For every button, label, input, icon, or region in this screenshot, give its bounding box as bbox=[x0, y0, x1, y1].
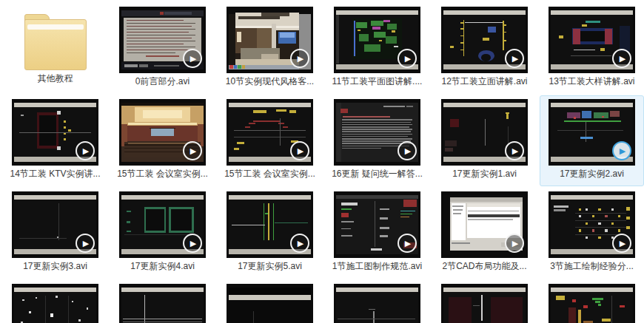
thumb-block bbox=[611, 208, 614, 211]
file-item[interactable]: ▶2节CAD布局功能及... bbox=[432, 188, 537, 279]
file-item[interactable]: ▶ bbox=[325, 280, 429, 323]
thumb-block bbox=[229, 295, 311, 300]
video-thumbnail[interactable]: ▶ bbox=[12, 284, 98, 323]
thumb-block bbox=[268, 203, 269, 240]
video-thumbnail[interactable]: ▶ bbox=[441, 99, 528, 166]
thumb-block bbox=[485, 119, 486, 145]
video-thumbnail[interactable]: ▶ bbox=[334, 7, 420, 73]
play-icon[interactable]: ▶ bbox=[290, 234, 309, 253]
folder-item[interactable]: 其他教程 bbox=[3, 3, 107, 94]
video-thumbnail[interactable]: ▶ bbox=[441, 191, 528, 258]
thumb-block bbox=[611, 296, 612, 323]
file-item[interactable]: ▶16更新 疑问统一解答... bbox=[325, 95, 429, 186]
video-thumbnail[interactable]: ▶ bbox=[334, 99, 420, 166]
video-thumbnail[interactable]: ▶ bbox=[441, 7, 528, 73]
thumb-block bbox=[468, 219, 513, 220]
video-thumbnail[interactable]: ▶ bbox=[227, 284, 313, 323]
video-thumbnail[interactable]: ▶ bbox=[549, 284, 635, 323]
video-thumbnail[interactable]: ▶ bbox=[227, 99, 313, 166]
file-item[interactable]: ▶17更新实例2.avi bbox=[540, 95, 644, 186]
thumb-block bbox=[14, 195, 96, 200]
file-item[interactable]: ▶17更新实例3.avi bbox=[3, 188, 107, 279]
thumb-block bbox=[573, 29, 580, 44]
play-icon[interactable]: ▶ bbox=[290, 141, 309, 160]
thumb-block bbox=[610, 111, 620, 117]
video-thumbnail[interactable]: ▶ bbox=[334, 284, 420, 323]
play-icon[interactable]: ▶ bbox=[612, 49, 631, 68]
play-icon[interactable]: ▶ bbox=[505, 49, 524, 68]
video-thumbnail[interactable]: ▶ bbox=[119, 284, 206, 323]
play-icon[interactable]: ▶ bbox=[183, 49, 202, 68]
thumb-block bbox=[146, 55, 178, 57]
play-icon[interactable]: ▶ bbox=[290, 49, 309, 68]
thumb-block bbox=[253, 311, 254, 323]
thumb-block bbox=[14, 103, 96, 107]
thumb-block bbox=[575, 213, 626, 214]
file-label: 15节工装 会议室实例... bbox=[117, 169, 208, 180]
file-item[interactable]: ▶0前言部分.avi bbox=[110, 3, 215, 94]
thumb-block bbox=[265, 213, 268, 214]
file-item[interactable]: ▶17更新实例1.avi bbox=[432, 95, 537, 186]
file-item[interactable]: ▶ bbox=[218, 280, 322, 323]
thumb-block bbox=[234, 130, 306, 131]
play-icon[interactable]: ▶ bbox=[398, 234, 417, 253]
file-item[interactable]: ▶11节工装平面图讲解.... bbox=[325, 3, 429, 94]
thumb-block bbox=[598, 222, 600, 225]
video-thumbnail[interactable]: ▶ bbox=[12, 191, 98, 258]
play-icon[interactable]: ▶ bbox=[76, 141, 95, 160]
video-thumbnail[interactable]: ▶ bbox=[227, 191, 313, 258]
file-label: 15节工装 会议室实例... bbox=[224, 169, 315, 180]
thumb-block bbox=[123, 322, 202, 322]
file-item[interactable]: ▶ bbox=[110, 280, 215, 323]
thumb-block bbox=[383, 106, 405, 107]
file-item[interactable]: ▶12节工装立面讲解.avi bbox=[432, 3, 537, 94]
play-icon[interactable]: ▶ bbox=[398, 49, 417, 68]
file-item[interactable]: ▶10节实例现代风格客... bbox=[218, 3, 322, 94]
file-item[interactable]: ▶1节施工图制作规范.avi bbox=[325, 188, 429, 279]
file-item[interactable]: ▶3节施工绘制经验分... bbox=[540, 188, 644, 279]
video-thumbnail[interactable]: ▶ bbox=[227, 7, 313, 73]
file-item[interactable]: ▶15节工装 会议室实例... bbox=[110, 95, 215, 186]
play-icon[interactable]: ▶ bbox=[76, 234, 95, 253]
file-item[interactable]: ▶17更新实例5.avi bbox=[218, 188, 322, 279]
thumb-block bbox=[618, 229, 620, 231]
play-icon[interactable]: ▶ bbox=[612, 141, 631, 160]
thumb-block bbox=[229, 195, 311, 200]
play-icon[interactable]: ▶ bbox=[505, 141, 524, 160]
video-thumbnail[interactable]: ▶ bbox=[549, 7, 635, 73]
thumb-block bbox=[572, 299, 577, 302]
video-thumbnail[interactable]: ▶ bbox=[549, 191, 635, 258]
video-thumbnail[interactable]: ▶ bbox=[119, 7, 206, 73]
video-thumbnail[interactable]: ▶ bbox=[12, 99, 98, 166]
video-thumbnail[interactable]: ▶ bbox=[119, 99, 206, 166]
file-item[interactable]: ▶14节工装 KTV实例讲... bbox=[3, 95, 107, 186]
thumb-block bbox=[579, 215, 581, 217]
play-icon[interactable]: ▶ bbox=[505, 234, 524, 253]
play-icon[interactable]: ▶ bbox=[183, 141, 202, 160]
thumb-block bbox=[620, 26, 629, 52]
file-item[interactable]: ▶15节工装 会议室实例... bbox=[218, 95, 322, 186]
file-item[interactable]: ▶ bbox=[432, 280, 537, 323]
thumb-block bbox=[45, 296, 46, 323]
play-icon[interactable]: ▶ bbox=[183, 234, 202, 253]
thumb-block bbox=[600, 48, 606, 51]
play-icon[interactable]: ▶ bbox=[398, 141, 417, 160]
video-thumbnail[interactable]: ▶ bbox=[441, 284, 528, 323]
file-item[interactable]: ▶ bbox=[3, 280, 107, 323]
thumb-block bbox=[504, 40, 506, 41]
thumb-block bbox=[127, 35, 195, 36]
video-thumbnail[interactable]: ▶ bbox=[119, 191, 206, 258]
file-item[interactable]: ▶17更新实例4.avi bbox=[110, 188, 215, 279]
video-thumbnail[interactable]: ▶ bbox=[334, 191, 420, 258]
thumb-block bbox=[338, 319, 415, 319]
video-thumbnail[interactable]: ▶ bbox=[549, 99, 635, 166]
play-icon[interactable]: ▶ bbox=[612, 234, 631, 253]
file-item[interactable]: ▶ bbox=[540, 280, 644, 323]
file-label: 17更新实例5.avi bbox=[238, 261, 302, 272]
thumb-block bbox=[387, 24, 397, 30]
thumb-block bbox=[64, 138, 66, 140]
file-item[interactable]: ▶13节工装大样讲解.avi bbox=[540, 3, 644, 94]
thumb-block bbox=[400, 214, 413, 215]
thumb-block bbox=[341, 203, 358, 205]
thumb-block bbox=[238, 16, 280, 19]
